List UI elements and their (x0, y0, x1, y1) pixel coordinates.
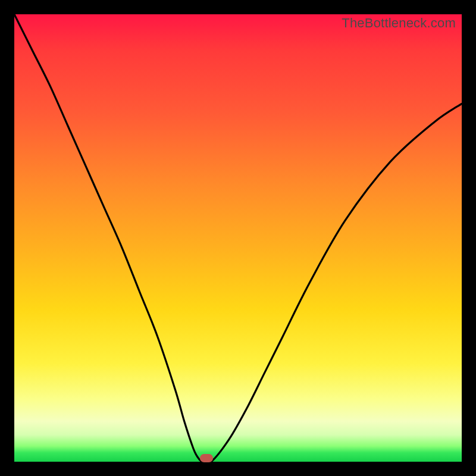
chart-frame: TheBottleneck.com (0, 0, 476, 476)
plot-area: TheBottleneck.com (14, 14, 462, 462)
bottleneck-curve (14, 14, 462, 462)
optimum-marker (200, 454, 213, 462)
